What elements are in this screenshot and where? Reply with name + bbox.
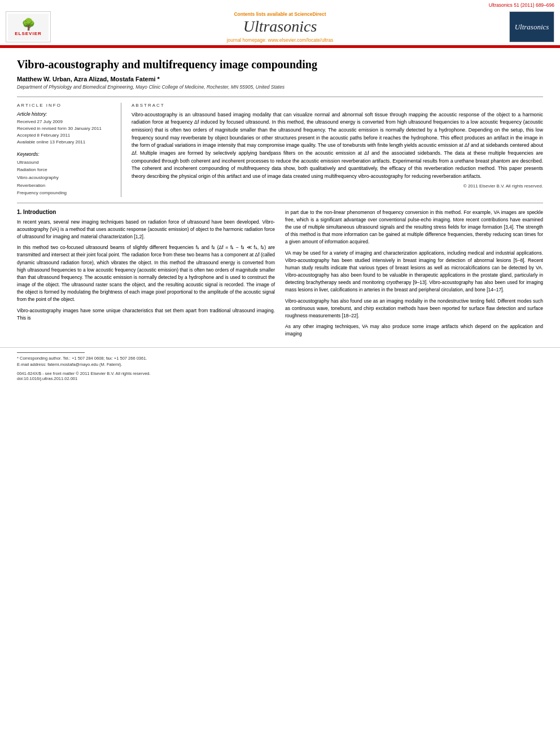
keyword-1: Ultrasound: [17, 159, 114, 167]
intro-paragraph-3: Vibro-acoustography images have some uni…: [17, 307, 275, 322]
article-main: Vibro-acoustography and multifrequency i…: [0, 48, 560, 347]
journal-reference: Ultrasonics 51 (2011) 689–696: [489, 2, 554, 8]
right-paragraph-4: As any other imaging techniques, VA may …: [285, 323, 543, 338]
right-paragraph-2: VA may be used for a variety of imaging …: [285, 250, 543, 294]
footnote-email: E-mail address: fatemi.mostafa@mayo.edu …: [17, 361, 543, 368]
article-title: Vibro-acoustography and multifrequency i…: [17, 58, 543, 71]
keywords-section: Keywords: Ultrasound Radiation force Vib…: [17, 151, 114, 197]
right-paragraph-1: in part due to the non-linear phenomenon…: [285, 209, 543, 246]
footnote-divider: [17, 352, 85, 353]
keyword-3: Vibro-acoustography: [17, 174, 114, 182]
journal-homepage: journal homepage: www.elsevier.com/locat…: [51, 37, 509, 43]
sciencedirect-line: Contents lists available at ScienceDirec…: [51, 11, 509, 17]
journal-center-header: Contents lists available at ScienceDirec…: [51, 11, 509, 43]
article-info-label: ARTICLE INFO: [17, 103, 114, 108]
article-authors: Matthew W. Urban, Azra Alizad, Mostafa F…: [17, 76, 543, 82]
journal-title: Ultrasonics: [51, 18, 509, 36]
history-title: Article history:: [17, 111, 114, 117]
keywords-title: Keywords:: [17, 151, 114, 157]
article-footer: * Corresponding author. Tel.: +1 507 284…: [0, 347, 560, 384]
article-history: Article history: Received 27 July 2009 R…: [17, 111, 114, 146]
article-affiliation: Department of Physiology and Biomedical …: [17, 84, 543, 90]
article-info-col: ARTICLE INFO Article history: Received 2…: [17, 103, 121, 197]
accepted-date: Accepted 8 February 2011: [17, 132, 114, 139]
received-2: Received in revised form 30 January 2011: [17, 125, 114, 132]
homepage-text: journal homepage: www.elsevier.com/locat…: [227, 37, 334, 43]
section1-heading: 1. Introduction: [17, 209, 275, 215]
right-paragraph-3: Vibro-acoustography has also found use a…: [285, 298, 543, 320]
available-date: Available online 13 February 2011: [17, 139, 114, 146]
body-left-col: 1. Introduction In recent years, several…: [17, 209, 275, 342]
body-right-col: in part due to the non-linear phenomenon…: [285, 209, 543, 342]
contents-label: Contents lists available at: [234, 11, 292, 17]
abstract-col: ABSTRACT Vibro-acoustography is an ultra…: [132, 103, 543, 197]
abstract-copyright: © 2011 Elsevier B.V. All rights reserved…: [132, 184, 543, 189]
issn-text: 0041-624X/$ - see front matter © 2011 El…: [17, 371, 151, 376]
keyword-5: Frequency compounding: [17, 189, 114, 197]
authors-text: Matthew W. Urban, Azra Alizad, Mostafa F…: [17, 76, 160, 82]
footer-issn: 0041-624X/$ - see front matter © 2011 El…: [17, 371, 543, 381]
sciencedirect-link-text[interactable]: ScienceDirect: [294, 11, 326, 17]
journal-header: Ultrasonics 51 (2011) 689–696 🌳 ELSEVIER…: [0, 0, 560, 46]
journal-logo-text: Ultrasonics: [515, 23, 549, 32]
received-1: Received 27 July 2009: [17, 119, 114, 125]
intro-paragraph-1: In recent years, several new imaging tec…: [17, 219, 275, 241]
keyword-4: Reverberation: [17, 182, 114, 190]
doi-text: doi:10.1016/j.ultras.2011.02.001: [17, 376, 77, 381]
elsevier-tree-icon: 🌳: [21, 18, 36, 31]
elsevier-logo: 🌳 ELSEVIER: [6, 11, 51, 42]
article-info-abstract-row: ARTICLE INFO Article history: Received 2…: [17, 97, 543, 197]
section-divider: [17, 203, 543, 203]
footnote-corresponding: * Corresponding author. Tel.: +1 507 284…: [17, 355, 543, 361]
body-two-col: 1. Introduction In recent years, several…: [17, 209, 543, 342]
intro-paragraph-2: In this method two co-focused ultrasound…: [17, 244, 275, 303]
abstract-label: ABSTRACT: [132, 103, 543, 108]
keywords-list: Ultrasound Radiation force Vibro-acousto…: [17, 159, 114, 197]
keyword-2: Radiation force: [17, 166, 114, 174]
journal-ref-line: Ultrasonics 51 (2011) 689–696: [0, 0, 560, 9]
elsevier-text: ELSEVIER: [15, 31, 42, 36]
header-middle-row: 🌳 ELSEVIER Contents lists available at S…: [0, 9, 560, 45]
journal-logo-box: Ultrasonics: [509, 11, 554, 42]
abstract-text: Vibro-acoustography is an ultrasound bas…: [132, 111, 543, 181]
